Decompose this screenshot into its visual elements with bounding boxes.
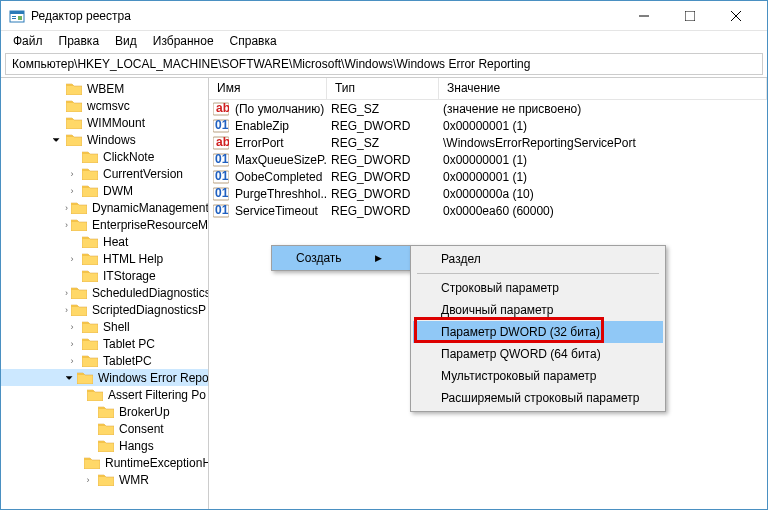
value-data: 0x0000000a (10)	[439, 187, 767, 201]
folder-icon	[87, 388, 103, 401]
tree-node[interactable]: RuntimeExceptionH	[1, 454, 208, 471]
ctx-item[interactable]: Двоичный параметр	[413, 299, 663, 321]
tree-node[interactable]: Hangs	[1, 437, 208, 454]
menu-view[interactable]: Вид	[107, 32, 145, 50]
expand-icon[interactable]: ›	[65, 220, 68, 230]
tree-node[interactable]: ›Tablet PC	[1, 335, 208, 352]
tree-node[interactable]: ⏷Windows Error Reporting	[1, 369, 208, 386]
expand-icon[interactable]: ›	[65, 356, 79, 366]
tree-node[interactable]: ›DWM	[1, 182, 208, 199]
tree-label: ClickNote	[101, 150, 156, 164]
tree-node[interactable]: ›HTML Help	[1, 250, 208, 267]
tree-label: ITStorage	[101, 269, 158, 283]
tree-label: BrokerUp	[117, 405, 172, 419]
expand-icon[interactable]: ›	[81, 475, 95, 485]
tree-node[interactable]: ›TabletPC	[1, 352, 208, 369]
tree-node[interactable]: ›ScriptedDiagnosticsP	[1, 301, 208, 318]
folder-icon	[82, 184, 98, 197]
svg-text:011: 011	[215, 187, 229, 200]
menu-edit[interactable]: Правка	[51, 32, 108, 50]
submenu-arrow-icon: ▶	[375, 253, 382, 263]
tree-node[interactable]: WBEM	[1, 80, 208, 97]
dword-icon: 011	[213, 119, 229, 133]
minimize-button[interactable]	[621, 1, 667, 31]
menu-help[interactable]: Справка	[222, 32, 285, 50]
expand-icon[interactable]: ›	[65, 203, 68, 213]
tree-label: Heat	[101, 235, 130, 249]
value-row[interactable]: 011MaxQueueSizeP...REG_DWORD0x00000001 (…	[209, 151, 767, 168]
folder-icon	[71, 303, 87, 316]
tree-pane[interactable]: WBEMwcmsvcWIMMount⏷WindowsClickNote›Curr…	[1, 78, 209, 509]
collapse-icon[interactable]: ⏷	[65, 373, 74, 383]
tree-node[interactable]: WIMMount	[1, 114, 208, 131]
menu-file[interactable]: Файл	[5, 32, 51, 50]
ctx-item[interactable]: Мультистроковый параметр	[413, 365, 663, 387]
expand-icon[interactable]: ›	[65, 322, 79, 332]
value-row[interactable]: 011PurgeThreshhol...REG_DWORD0x0000000a …	[209, 185, 767, 202]
col-type[interactable]: Тип	[327, 78, 439, 99]
svg-rect-1	[10, 11, 24, 14]
folder-icon	[82, 150, 98, 163]
ctx-item[interactable]: Расширяемый строковый параметр	[413, 387, 663, 409]
ctx-item[interactable]: Раздел	[413, 248, 663, 270]
ctx-create[interactable]: Создать ▶	[272, 246, 410, 270]
menubar: Файл Правка Вид Избранное Справка	[1, 31, 767, 51]
tree-node[interactable]: ›EnterpriseResourceM	[1, 216, 208, 233]
expand-icon[interactable]: ›	[65, 339, 79, 349]
value-type: REG_SZ	[327, 102, 439, 116]
svg-text:011: 011	[215, 153, 229, 166]
value-row[interactable]: 011ServiceTimeoutREG_DWORD0x0000ea60 (60…	[209, 202, 767, 219]
tree-node[interactable]: ⏷Windows	[1, 131, 208, 148]
tree-node[interactable]: ITStorage	[1, 267, 208, 284]
tree-label: Windows	[85, 133, 138, 147]
ctx-create-label: Создать	[296, 251, 342, 265]
value-type: REG_DWORD	[327, 204, 439, 218]
expand-icon[interactable]: ›	[65, 186, 79, 196]
folder-icon	[82, 252, 98, 265]
svg-rect-6	[685, 11, 695, 21]
tree-node[interactable]: ›DynamicManagement	[1, 199, 208, 216]
col-value[interactable]: Значение	[439, 78, 767, 99]
collapse-icon[interactable]: ⏷	[49, 135, 63, 145]
expand-icon[interactable]: ›	[65, 169, 79, 179]
tree-node[interactable]: wcmsvc	[1, 97, 208, 114]
folder-icon	[66, 99, 82, 112]
ctx-item[interactable]: Параметр DWORD (32 бита)	[413, 321, 663, 343]
col-name[interactable]: Имя	[209, 78, 327, 99]
value-type: REG_DWORD	[327, 187, 439, 201]
tree-node[interactable]: Consent	[1, 420, 208, 437]
tree-node[interactable]: BrokerUp	[1, 403, 208, 420]
tree-node[interactable]: ClickNote	[1, 148, 208, 165]
folder-icon	[82, 235, 98, 248]
tree-node[interactable]: ›ScheduledDiagnosticsP	[1, 284, 208, 301]
value-name: EnableZip	[231, 119, 327, 133]
tree-label: DynamicManagement	[90, 201, 209, 215]
expand-icon[interactable]: ›	[65, 254, 79, 264]
value-row[interactable]: 011OobeCompletedREG_DWORD0x00000001 (1)	[209, 168, 767, 185]
close-button[interactable]	[713, 1, 759, 31]
folder-icon	[98, 422, 114, 435]
tree-node[interactable]: ›CurrentVersion	[1, 165, 208, 182]
ctx-item[interactable]: Параметр QWORD (64 бита)	[413, 343, 663, 365]
svg-text:011: 011	[215, 170, 229, 183]
tree-node[interactable]: ›Shell	[1, 318, 208, 335]
tree-node[interactable]: Heat	[1, 233, 208, 250]
value-row[interactable]: ab(По умолчанию)REG_SZ(значение не присв…	[209, 100, 767, 117]
value-row[interactable]: abErrorPortREG_SZ\WindowsErrorReportingS…	[209, 134, 767, 151]
tree-node[interactable]: ›WMR	[1, 471, 208, 488]
expand-icon[interactable]: ›	[65, 305, 68, 315]
address-bar[interactable]: Компьютер\HKEY_LOCAL_MACHINE\SOFTWARE\Mi…	[5, 53, 763, 75]
ctx-item[interactable]: Строковый параметр	[413, 277, 663, 299]
value-data: 0x00000001 (1)	[439, 119, 767, 133]
dword-icon: 011	[213, 170, 229, 184]
folder-icon	[82, 337, 98, 350]
menu-favorites[interactable]: Избранное	[145, 32, 222, 50]
value-name: MaxQueueSizeP...	[231, 153, 327, 167]
expand-icon[interactable]: ›	[65, 288, 68, 298]
tree-label: WIMMount	[85, 116, 147, 130]
value-row[interactable]: 011EnableZipREG_DWORD0x00000001 (1)	[209, 117, 767, 134]
tree-label: ScriptedDiagnosticsP	[90, 303, 208, 317]
tree-node[interactable]: Assert Filtering Po	[1, 386, 208, 403]
maximize-button[interactable]	[667, 1, 713, 31]
svg-rect-4	[18, 16, 22, 20]
